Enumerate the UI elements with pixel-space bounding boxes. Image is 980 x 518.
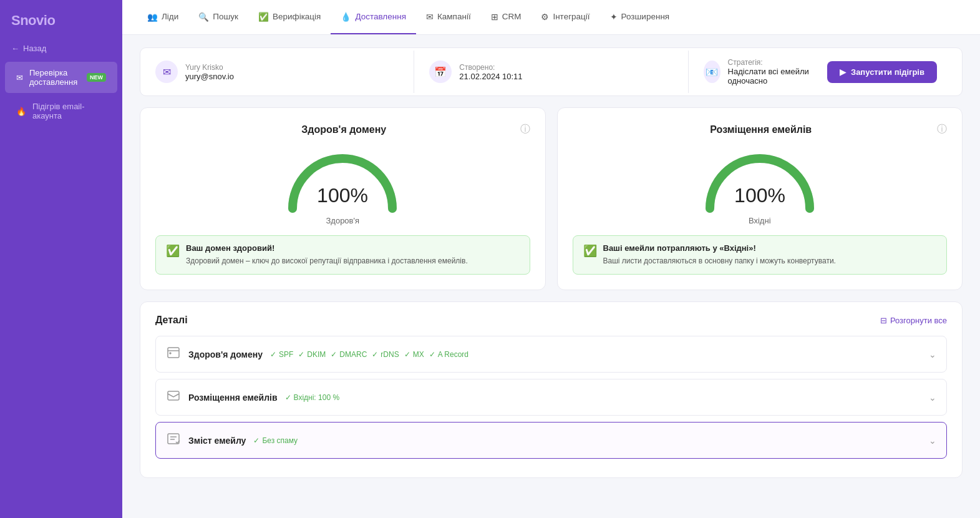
logo: Snovio	[0, 0, 122, 39]
strategy-section: 📧 Стратегія: Надіслати всі емейли одноча…	[689, 48, 962, 95]
email-icon: ✉	[155, 61, 178, 83]
check-icon: ✓	[331, 350, 337, 359]
accordion-domain-health[interactable]: Здоров'я домену ✓ SPF ✓ DKIM ✓ DMARC ✓ r…	[155, 336, 947, 373]
email-placement-gauge-svg: 100%	[697, 146, 822, 215]
check-icon: ✓	[285, 393, 291, 402]
accordion-email-content-left: Зміст емейлу ✓ Без спаму	[166, 431, 298, 449]
accordion-domain-health-left: Здоров'я домену ✓ SPF ✓ DKIM ✓ DMARC ✓ r…	[166, 345, 468, 363]
tag-dmarc: ✓ DMARC	[331, 350, 367, 359]
created-label: Створено:	[459, 63, 522, 72]
details-section: Деталі ⊟ Розгорнути все Здор	[140, 301, 963, 478]
nav-search-label: Пошук	[213, 12, 238, 21]
tag-arecord: ✓ A Record	[429, 350, 468, 359]
tag-nospam: ✓ Без спаму	[253, 436, 298, 445]
nav-verification[interactable]: ✅ Верифікація	[248, 0, 331, 34]
domain-health-title: Здоров'я домену	[168, 124, 520, 135]
nav-campaigns-label: Кампанії	[437, 12, 471, 21]
accordion-email-content[interactable]: Зміст емейлу ✓ Без спаму ⌄	[155, 422, 947, 459]
accordion-domain-health-name: Здоров'я домену	[188, 349, 263, 359]
sidebar-item-email-warmup[interactable]: 🔥 Підігрів email-акаунта	[5, 95, 117, 127]
info-bar: ✉ Yury Krisko yury@snov.io 📅 Створено: 2…	[140, 47, 963, 96]
email-placement-alert-content: Ваші емейли потрапляють у «Вхідні»! Ваші…	[603, 243, 836, 266]
domain-health-alert-title: Ваш домен здоровий!	[186, 243, 468, 253]
email-placement-gauge: 100% Вхідні	[573, 146, 948, 225]
launch-button-label: Запустити підігрів	[851, 67, 924, 77]
svg-rect-3	[168, 434, 179, 444]
nav-crm[interactable]: ⊞ CRM	[481, 0, 531, 34]
nav-extensions-label: Розширення	[621, 12, 670, 21]
domain-health-alert-content: Ваш домен здоровий! Здоровий домен – клю…	[186, 243, 468, 266]
strategy-icon: 📧	[704, 61, 720, 83]
check-icon: ✓	[429, 350, 435, 359]
nav-crm-label: CRM	[502, 12, 522, 21]
expand-all-button[interactable]: ⊟ Розгорнути все	[880, 316, 947, 325]
sidebar: Snovio ← Назад ✉ Перевірка доставлення N…	[0, 0, 122, 518]
email-placement-title-row: Розміщення емейлів ⓘ	[573, 123, 948, 136]
nav-campaigns[interactable]: ✉ Кампанії	[416, 0, 481, 34]
email-section: ✉ Yury Krisko yury@snov.io	[140, 51, 414, 93]
nav-search[interactable]: 🔍 Пошук	[188, 0, 248, 34]
mail-icon: ✉	[426, 12, 434, 22]
expand-icon: ⊟	[880, 316, 887, 325]
extensions-icon: ✦	[610, 12, 618, 22]
domain-health-alert-body: Здоровий домен – ключ до високої репутац…	[186, 255, 468, 266]
sidebar-item-deliverability-check[interactable]: ✉ Перевірка доставлення NEW	[5, 62, 117, 93]
check-circle-icon-2: ✅	[583, 244, 597, 258]
domain-health-sublabel: Здоров'я	[326, 216, 359, 225]
back-label: Назад	[23, 44, 46, 53]
email-placement-info-icon[interactable]: ⓘ	[937, 123, 947, 136]
domain-health-alert: ✅ Ваш домен здоровий! Здоровий домен – к…	[155, 235, 530, 275]
back-arrow-icon: ←	[11, 44, 19, 53]
accordion-email-placement-name: Розміщення емейлів	[188, 393, 278, 403]
nav-leads-label: Ліди	[162, 12, 178, 21]
domain-health-info-icon[interactable]: ⓘ	[520, 123, 530, 136]
svg-rect-2	[168, 391, 179, 400]
cards-row: Здоров'я домену ⓘ 100% Здоров'я ✅	[140, 107, 963, 290]
domain-health-card: Здоров'я домену ⓘ 100% Здоров'я ✅	[140, 107, 546, 290]
check-icon: ✓	[253, 436, 260, 445]
strategy-label: Стратегія:	[728, 58, 820, 67]
accordion-email-content-name: Зміст емейлу	[188, 436, 246, 446]
check-icon: ✓	[372, 350, 378, 359]
email-placement-alert: ✅ Ваші емейли потрапляють у «Вхідні»! Ва…	[573, 235, 948, 275]
calendar-icon: 📅	[429, 61, 452, 83]
nav-leads[interactable]: 👥 Ліди	[137, 0, 188, 34]
check-icon: ✓	[404, 350, 410, 359]
expand-all-label: Розгорнути все	[890, 316, 947, 325]
tag-mx: ✓ MX	[404, 350, 424, 359]
accordion-email-placement[interactable]: Розміщення емейлів ✓ Вхідні: 100 % ⌄	[155, 379, 947, 416]
users-icon: 👥	[147, 12, 158, 22]
nav-extensions[interactable]: ✦ Розширення	[600, 0, 680, 34]
content-area: ✉ Yury Krisko yury@snov.io 📅 Створено: 2…	[122, 35, 980, 518]
logo-text: Snov	[11, 12, 44, 28]
strategy-value: Надіслати всі емейли одночасно	[728, 67, 820, 86]
mail-check-icon: ✉	[16, 72, 23, 82]
email-placement-sublabel: Вхідні	[749, 216, 771, 225]
launch-warmup-button[interactable]: ▶ Запустити підігрів	[827, 61, 937, 83]
email-content-icon	[166, 431, 181, 449]
nav-delivery-label: Доставлення	[355, 12, 406, 21]
email-placement-alert-title: Ваші емейли потрапляють у «Вхідні»!	[603, 243, 836, 253]
tag-inbox: ✓ Вхідні: 100 %	[285, 393, 340, 402]
mail-placement-icon	[166, 388, 181, 406]
back-button[interactable]: ← Назад	[0, 39, 122, 58]
email-placement-percent-text: 100%	[734, 184, 785, 207]
email-info: Yury Krisko yury@snov.io	[185, 63, 234, 81]
strategy-info: Стратегія: Надіслати всі емейли одночасн…	[728, 58, 820, 86]
chevron-down-icon: ⌄	[929, 436, 936, 446]
nav-delivery[interactable]: 💧 Доставлення	[331, 0, 416, 34]
check-icon: ✓	[298, 350, 304, 359]
crm-icon: ⊞	[491, 12, 498, 22]
email-name: Yury Krisko	[185, 63, 234, 72]
nav-verification-label: Верифікація	[273, 12, 321, 21]
svg-point-1	[170, 353, 171, 354]
domain-health-gauge: 100% Здоров'я	[155, 146, 530, 225]
nav-integrations[interactable]: ⚙ Інтеграції	[531, 0, 599, 34]
delivery-icon: 💧	[341, 12, 351, 22]
rocket-icon: ▶	[840, 67, 846, 77]
accordion-email-placement-left: Розміщення емейлів ✓ Вхідні: 100 %	[166, 388, 339, 406]
shield-icon: ✅	[258, 12, 269, 22]
tag-rdns: ✓ rDNS	[372, 350, 399, 359]
chevron-down-icon: ⌄	[929, 393, 936, 403]
domain-health-gauge-svg: 100%	[280, 146, 405, 215]
